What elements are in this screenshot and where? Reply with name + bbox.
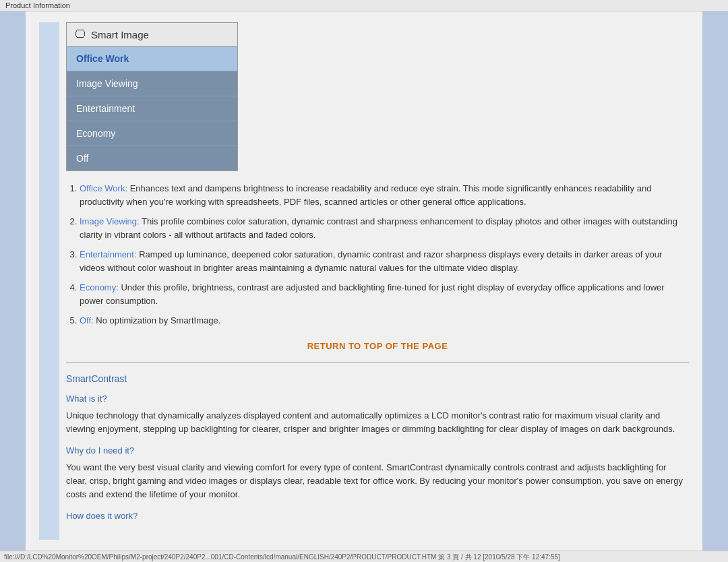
list-item: Economy: Under this profile, brightness,… xyxy=(80,281,689,307)
entertainment-link[interactable]: Entertainment: xyxy=(80,249,137,259)
why-need-it-text: You want the very best visual clarity an… xyxy=(66,461,689,501)
list-item: Image Viewing: This profile combines col… xyxy=(80,215,689,241)
description-list: Office Work: Enhances text and dampens b… xyxy=(66,182,689,327)
economy-link[interactable]: Economy: xyxy=(80,282,119,292)
smart-image-item-imageviewing[interactable]: Image Viewing xyxy=(67,71,237,96)
what-is-it-text: Unique technology that dynamically analy… xyxy=(66,409,689,436)
smart-image-item-off[interactable]: Off xyxy=(67,146,237,170)
entertainment-desc: Ramped up luminance, deepened color satu… xyxy=(80,249,662,273)
smart-image-icon: 🖵 xyxy=(75,28,86,40)
smart-image-item-officework[interactable]: Office Work xyxy=(67,46,237,71)
status-bar: file:///D:/LCD%20Monitor%20OEM/Philips/M… xyxy=(0,551,728,562)
off-link[interactable]: Off: xyxy=(80,315,94,325)
right-column xyxy=(702,11,728,551)
smart-image-item-economy[interactable]: Economy xyxy=(67,121,237,146)
smart-image-widget: 🖵 Smart Image Office Work Image Viewing … xyxy=(66,22,238,171)
return-to-top-section: RETURN TO TOP OF THE PAGE xyxy=(66,341,689,351)
left-column xyxy=(0,11,26,551)
left-sidebar-accent xyxy=(39,22,59,540)
smart-image-title: 🖵 Smart Image xyxy=(67,23,237,46)
smart-image-item-entertainment[interactable]: Entertainment xyxy=(67,96,237,121)
smart-image-title-text: Smart Image xyxy=(91,29,149,40)
why-need-it-heading: Why do I need it? xyxy=(66,445,689,456)
list-item: Office Work: Enhances text and dampens b… xyxy=(80,182,689,208)
content-area: 🖵 Smart Image Office Work Image Viewing … xyxy=(66,22,689,540)
return-to-top-link[interactable]: RETURN TO TOP OF THE PAGE xyxy=(307,341,448,351)
imageviewing-desc: This profile combines color saturation, … xyxy=(80,216,677,240)
what-is-it-heading: What is it? xyxy=(66,394,689,404)
top-bar: Product Information xyxy=(0,0,728,11)
list-item: Entertainment: Ramped up luminance, deep… xyxy=(80,248,689,274)
list-item: Off: No optimization by SmartImage. xyxy=(80,314,689,327)
top-bar-label: Product Information xyxy=(5,1,70,9)
section-divider xyxy=(66,362,689,363)
how-does-it-work-heading: How does it work? xyxy=(66,511,689,521)
status-bar-text: file:///D:/LCD%20Monitor%20OEM/Philips/M… xyxy=(4,553,560,561)
center-column: 🖵 Smart Image Office Work Image Viewing … xyxy=(26,11,702,551)
officework-link[interactable]: Office Work: xyxy=(80,183,127,193)
off-desc: No optimization by SmartImage. xyxy=(94,315,221,325)
smartcontrast-heading: SmartContrast xyxy=(66,373,689,384)
officework-desc: Enhances text and dampens brightness to … xyxy=(80,183,651,207)
imageviewing-link[interactable]: Image Viewing: xyxy=(80,216,140,226)
economy-desc: Under this profile, brightness, contrast… xyxy=(80,282,665,306)
